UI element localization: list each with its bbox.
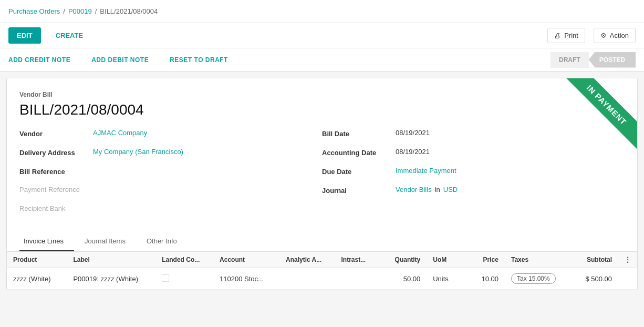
journal-currency[interactable]: USD bbox=[443, 186, 458, 193]
tab-journal-items[interactable]: Journal Items bbox=[74, 232, 136, 251]
journal-in: in bbox=[435, 186, 440, 193]
add-credit-note-button[interactable]: ADD CREDIT NOTE bbox=[8, 48, 81, 71]
col-header-taxes: Taxes bbox=[505, 252, 570, 268]
cell-subtotal: $ 500.00 bbox=[570, 268, 618, 290]
bill-reference-label: Bill Reference bbox=[19, 167, 93, 176]
delivery-value[interactable]: My Company (San Francisco) bbox=[93, 148, 183, 156]
breadcrumb-p00019[interactable]: P00019 bbox=[68, 7, 92, 15]
col-header-subtotal: Subtotal bbox=[570, 252, 618, 268]
cell-product: zzzz (White) bbox=[7, 268, 67, 290]
col-header-analytic: Analytic A... bbox=[279, 252, 335, 268]
cell-label: P00019: zzzz (White) bbox=[67, 268, 155, 290]
col-header-landed: Landed Co... bbox=[155, 252, 213, 268]
printer-icon: 🖨 bbox=[554, 32, 561, 39]
tab-other-info[interactable]: Other Info bbox=[136, 232, 188, 251]
breadcrumb: Purchase Orders / P00019 / BILL/2021/08/… bbox=[8, 7, 158, 15]
print-button[interactable]: 🖨 Print bbox=[547, 28, 585, 43]
breadcrumb-bill: BILL/2021/08/0004 bbox=[100, 7, 158, 15]
tabs: Invoice Lines Journal Items Other Info bbox=[7, 232, 637, 252]
cell-intrast bbox=[335, 268, 383, 290]
due-date-label: Due Date bbox=[322, 167, 396, 176]
breadcrumb-purchase-orders[interactable]: Purchase Orders bbox=[8, 7, 60, 15]
vendor-bill-label: Vendor Bill bbox=[19, 91, 625, 98]
form-section: Vendor Bill BILL/2021/08/0004 Vendor AJM… bbox=[7, 78, 637, 232]
col-header-intrast: Intrast... bbox=[335, 252, 383, 268]
journal-value-container: Vendor Bills in USD bbox=[396, 186, 458, 193]
table-header-row: Product Label Landed Co... Account Analy… bbox=[7, 252, 637, 268]
due-date-row: Due Date Immediate Payment bbox=[322, 167, 604, 181]
accounting-date-label: Accounting Date bbox=[322, 148, 396, 157]
journal-label: Journal bbox=[322, 186, 396, 195]
toolbar-right: 🖨 Print ⚙ Action bbox=[547, 28, 636, 43]
col-header-label: Label bbox=[67, 252, 155, 268]
col-header-quantity: Quantity bbox=[383, 252, 427, 268]
action-button[interactable]: ⚙ Action bbox=[594, 28, 636, 43]
main-content: IN PAYMENT Vendor Bill BILL/2021/08/0004… bbox=[6, 78, 638, 290]
bill-date-row: Bill Date 08/19/2021 bbox=[322, 129, 604, 144]
recipient-bank-row: Recipient Bank bbox=[19, 205, 301, 219]
status-bar: DRAFT POSTED bbox=[550, 52, 636, 68]
gear-icon: ⚙ bbox=[600, 32, 607, 39]
top-bar: Purchase Orders / P00019 / BILL/2021/08/… bbox=[0, 0, 644, 23]
table-row[interactable]: zzzz (White) P00019: zzzz (White) 110200… bbox=[7, 268, 637, 290]
cell-quantity: 50.00 bbox=[383, 268, 427, 290]
col-header-account: Account bbox=[213, 252, 279, 268]
cell-landed bbox=[155, 268, 213, 290]
reset-to-draft-button[interactable]: RESET TO DRAFT bbox=[159, 48, 238, 71]
bill-reference-row: Bill Reference bbox=[19, 167, 301, 181]
col-header-price: Price bbox=[463, 252, 505, 268]
recipient-bank-label: Recipient Bank bbox=[19, 205, 65, 212]
edit-button[interactable]: EDIT bbox=[8, 27, 41, 44]
col-header-settings: ⋮ bbox=[618, 252, 637, 268]
status-draft[interactable]: DRAFT bbox=[550, 52, 589, 68]
action-label: Action bbox=[610, 32, 629, 39]
status-posted[interactable]: POSTED bbox=[589, 52, 636, 68]
breadcrumb-sep-2: / bbox=[95, 7, 97, 15]
accounting-date-row: Accounting Date 08/19/2021 bbox=[322, 148, 604, 162]
vendor-row: Vendor AJMAC Company bbox=[19, 129, 301, 144]
journal-row: Journal Vendor Bills in USD bbox=[322, 186, 604, 200]
cell-account: 110200 Stoc... bbox=[213, 268, 279, 290]
tab-invoice-lines[interactable]: Invoice Lines bbox=[19, 232, 74, 251]
vendor-label: Vendor bbox=[19, 129, 93, 138]
bill-date-value: 08/19/2021 bbox=[396, 129, 430, 137]
print-label: Print bbox=[564, 32, 578, 39]
cell-analytic bbox=[279, 268, 335, 290]
form-grid: Vendor AJMAC Company Delivery Address My… bbox=[19, 129, 625, 223]
form-left: Vendor AJMAC Company Delivery Address My… bbox=[19, 129, 322, 223]
journal-value[interactable]: Vendor Bills bbox=[396, 186, 432, 193]
col-header-uom: UoM bbox=[427, 252, 463, 268]
action-bar: ADD CREDIT NOTE ADD DEBIT NOTE RESET TO … bbox=[0, 48, 644, 71]
create-button[interactable]: CREATE bbox=[47, 27, 91, 44]
table-section: Product Label Landed Co... Account Analy… bbox=[7, 252, 637, 290]
bill-date-label: Bill Date bbox=[322, 129, 396, 138]
payment-reference-row: Payment Reference bbox=[19, 186, 301, 200]
delivery-label: Delivery Address bbox=[19, 148, 93, 157]
form-right: Bill Date 08/19/2021 Accounting Date 08/… bbox=[322, 129, 625, 223]
add-debit-note-button[interactable]: ADD DEBIT NOTE bbox=[81, 48, 159, 71]
bill-number: BILL/2021/08/0004 bbox=[19, 101, 625, 118]
accounting-date-value: 08/19/2021 bbox=[396, 148, 430, 156]
invoice-lines-table: Product Label Landed Co... Account Analy… bbox=[7, 252, 637, 290]
cell-uom: Units bbox=[427, 268, 463, 290]
vendor-value[interactable]: AJMAC Company bbox=[93, 129, 147, 137]
due-date-value[interactable]: Immediate Payment bbox=[396, 167, 456, 175]
payment-reference-label: Payment Reference bbox=[19, 186, 80, 193]
cell-taxes: Tax 15.00% bbox=[505, 268, 570, 290]
tax-badge[interactable]: Tax 15.00% bbox=[511, 273, 556, 284]
breadcrumb-sep-1: / bbox=[63, 7, 65, 15]
landed-checkbox[interactable] bbox=[162, 274, 169, 282]
cell-price: 10.00 bbox=[463, 268, 505, 290]
cell-row-action bbox=[618, 268, 637, 290]
delivery-row: Delivery Address My Company (San Francis… bbox=[19, 148, 301, 162]
col-header-product: Product bbox=[7, 252, 67, 268]
toolbar: EDIT CREATE 🖨 Print ⚙ Action bbox=[0, 23, 644, 48]
